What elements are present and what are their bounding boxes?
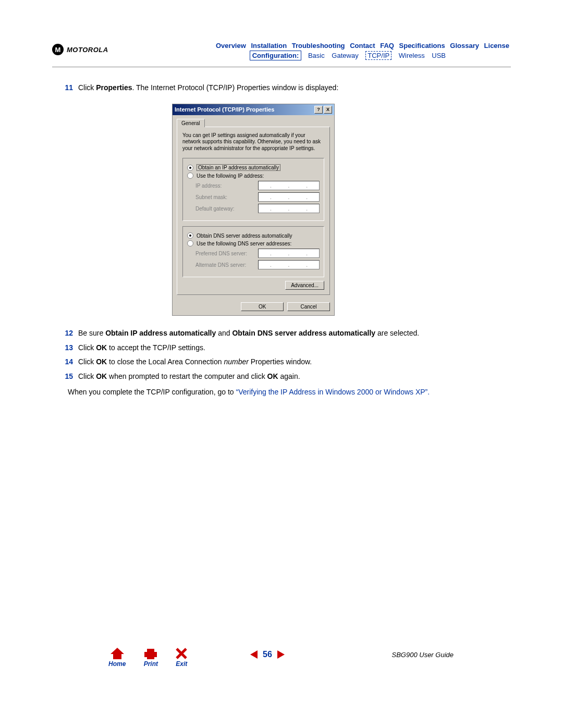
step-text: Click Properties. The Internet Protocol … [78,83,511,93]
radio-manual-dns[interactable] [187,240,193,246]
step-number: 15 [52,372,78,382]
dns-group: Obtain DNS server address automatically … [182,226,324,277]
subnet-mask-input[interactable]: ... [258,192,320,202]
svg-rect-3 [147,657,154,659]
subnav-gateway[interactable]: Gateway [332,52,358,59]
subnet-mask-label: Subnet mask: [195,194,258,200]
help-button[interactable]: ? [314,106,323,114]
brand-name: MOTOROLA [67,46,108,54]
svg-rect-2 [147,649,154,652]
brand-logo: M MOTOROLA [52,44,108,55]
radio-auto-dns-label: Obtain DNS server address automatically [197,233,292,239]
step-text: Click OK to accept the TCP/IP settings. [78,343,511,353]
tab-general[interactable]: General [177,119,205,127]
ok-button[interactable]: OK [241,302,284,311]
guide-title: SBG900 User Guide [391,651,454,659]
verify-ip-link[interactable]: Verifying the IP Address in Windows 2000… [238,388,425,396]
radio-manual-ip-label: Use the following IP address: [197,173,264,179]
sub-nav-label: Configuration: [250,51,302,60]
nav-license[interactable]: License [484,42,509,50]
header-divider [52,67,511,67]
nav-faq[interactable]: FAQ [380,42,394,50]
subnav-tcpip[interactable]: TCP/IP [365,51,391,60]
step-number: 13 [52,343,78,353]
subnav-wireless[interactable]: Wireless [399,52,425,59]
tcpip-properties-dialog: Internet Protocol (TCP/IP) Properties ? … [172,104,335,316]
step-13: 13 Click OK to accept the TCP/IP setting… [52,343,511,353]
dialog-intro-text: You can get IP settings assigned automat… [182,132,324,152]
step-text: Be sure Obtain IP address automatically … [78,328,511,339]
step-14: 14 Click OK to close the Local Area Conn… [52,357,511,367]
radio-manual-ip[interactable] [187,172,193,179]
closing-paragraph: When you complete the TCP/IP configurati… [68,387,511,397]
step-text: Click OK to close the Local Area Connect… [78,357,511,367]
nav-troubleshooting[interactable]: Troubleshooting [292,42,345,50]
preferred-dns-label: Preferred DNS server: [195,251,258,256]
sub-nav: Configuration: Basic Gateway TCP/IP Wire… [214,52,448,59]
svg-marker-0 [111,648,124,659]
ip-address-input[interactable]: ... [258,181,320,190]
radio-auto-ip[interactable] [187,165,193,171]
preferred-dns-input[interactable]: ... [258,249,320,258]
close-button[interactable]: X [324,106,332,114]
page-number: 56 [263,650,272,659]
step-12: 12 Be sure Obtain IP address automatical… [52,328,511,339]
dialog-title: Internet Protocol (TCP/IP) Properties [175,106,274,113]
step-number: 11 [52,83,78,93]
dialog-titlebar: Internet Protocol (TCP/IP) Properties ? … [173,104,334,115]
prev-page-button[interactable] [250,650,258,659]
svg-rect-1 [144,652,157,657]
ip-group: Obtain an IP address automatically Use t… [182,158,324,221]
motorola-batwing-icon: M [52,44,64,55]
page-nav: 56 [250,650,285,659]
default-gateway-label: Default gateway: [195,206,258,212]
exit-button[interactable]: Exit [176,648,187,668]
advanced-button[interactable]: Advanced... [285,281,324,290]
step-15: 15 Click OK when prompted to restart the… [52,372,511,382]
nav-installation[interactable]: Installation [251,42,287,50]
alternate-dns-input[interactable]: ... [258,260,320,269]
print-icon [143,648,158,659]
cancel-button[interactable]: Cancel [287,302,330,311]
top-nav: Overview Installation Troubleshooting Co… [214,42,511,50]
exit-icon [176,648,187,659]
home-icon [111,648,124,659]
default-gateway-input[interactable]: ... [258,204,320,213]
step-text: Click OK when prompted to restart the co… [78,372,511,382]
step-number: 12 [52,328,78,339]
next-page-button[interactable] [277,650,285,659]
subnav-usb[interactable]: USB [432,52,446,59]
radio-auto-dns[interactable] [187,232,193,239]
radio-auto-ip-label: Obtain an IP address automatically [197,164,280,171]
nav-overview[interactable]: Overview [216,42,246,50]
subnav-basic[interactable]: Basic [308,52,325,59]
nav-contact[interactable]: Contact [350,42,375,50]
home-button[interactable]: Home [108,648,126,668]
step-11: 11 Click Properties. The Internet Protoc… [52,83,511,93]
ip-address-label: IP address: [195,183,258,189]
radio-manual-dns-label: Use the following DNS server addresses: [197,241,291,246]
nav-glossary[interactable]: Glossary [450,42,479,50]
print-button[interactable]: Print [143,648,158,668]
step-number: 14 [52,357,78,367]
nav-specifications[interactable]: Specifications [399,42,445,50]
alternate-dns-label: Alternate DNS server: [195,262,258,268]
